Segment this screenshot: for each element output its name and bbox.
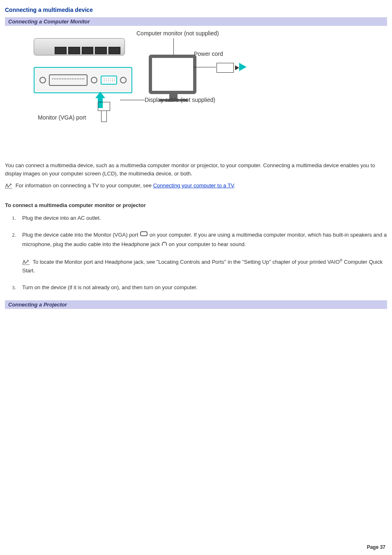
diagram-line bbox=[193, 67, 216, 67]
diagram-laptop-back bbox=[34, 38, 125, 55]
diagram-connector bbox=[91, 102, 116, 118]
vga-port-icon bbox=[140, 230, 148, 240]
diagram-monitor bbox=[149, 55, 198, 101]
note-text-before: For information on connecting a TV to yo… bbox=[16, 182, 153, 189]
svg-rect-0 bbox=[141, 232, 147, 236]
step2-text-a: Plug the device cable into the Monitor (… bbox=[22, 232, 140, 238]
diagram-vga-port bbox=[101, 76, 117, 85]
note-text-after: . bbox=[234, 182, 235, 189]
diagram-line bbox=[120, 100, 145, 100]
note-icon bbox=[22, 260, 30, 265]
headphone-icon bbox=[161, 240, 167, 249]
diagram-label-monitor: Computer monitor (not supplied) bbox=[136, 30, 219, 37]
diagram-label-vga: Monitor (VGA) port bbox=[38, 114, 86, 121]
step2-note-a: To locate the Monitor port and Headphone… bbox=[32, 259, 339, 265]
note-icon bbox=[5, 183, 12, 189]
diagram-label-display: Display cable (not supplied) bbox=[145, 97, 215, 103]
diagram-arrow-icon bbox=[239, 63, 247, 71]
connection-diagram: Computer monitor (not supplied) Monitor … bbox=[21, 34, 387, 149]
section-heading-projector: Connecting a Projector bbox=[5, 300, 387, 309]
step2-text-c: on your computer to hear sound. bbox=[167, 241, 246, 247]
step2-note: To locate the Monitor port and Headphone… bbox=[22, 258, 387, 275]
step-3: Turn on the device (if it is not already… bbox=[17, 283, 387, 292]
link-connecting-tv[interactable]: Connecting your computer to a TV bbox=[153, 182, 234, 189]
step-1: Plug the device into an AC outlet. bbox=[17, 214, 387, 223]
diagram-plug bbox=[217, 63, 234, 73]
note-tv: For information on connecting a TV to yo… bbox=[5, 182, 387, 190]
section-heading-monitor: Connecting a Computer Monitor bbox=[5, 17, 387, 26]
diagram-port-panel bbox=[34, 67, 132, 93]
page-title: Connecting a multimedia device bbox=[5, 7, 387, 13]
step-2: Plug the device cable into the Monitor (… bbox=[17, 230, 387, 275]
intro-paragraph: You can connect a multimedia device, suc… bbox=[5, 161, 387, 177]
procedure-heading: To connect a multimedia computer monitor… bbox=[5, 202, 387, 208]
diagram-arrow-icon bbox=[95, 92, 105, 98]
diagram-line bbox=[173, 38, 174, 55]
diagram-label-power: Power cord bbox=[194, 51, 223, 57]
procedure-steps: Plug the device into an AC outlet. Plug … bbox=[13, 214, 387, 292]
